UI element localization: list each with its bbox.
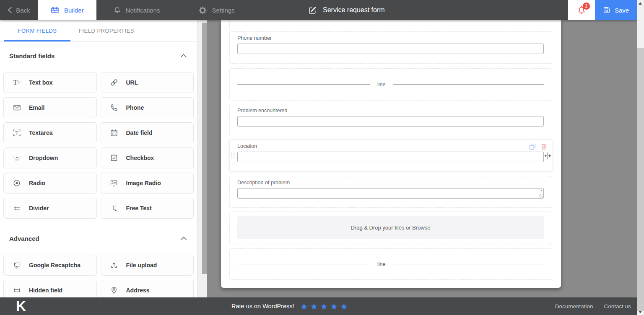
field-item-image-radio[interactable]: Image Radio <box>101 173 194 194</box>
form-title[interactable]: Service request form <box>323 6 385 14</box>
contact-us-link[interactable]: Contact us <box>604 303 631 310</box>
save-button[interactable]: Save <box>595 0 637 20</box>
svg-text:T: T <box>16 130 19 136</box>
sidebar-scrollbar[interactable] <box>197 20 207 297</box>
field-item-label: Text box <box>29 79 53 86</box>
back-button[interactable]: Back <box>0 0 38 20</box>
field-label: Problem encountered <box>237 108 288 114</box>
field-item-free-text[interactable]: T Free Text <box>101 198 194 219</box>
sidebar-scrollbar-thumb[interactable] <box>202 23 207 274</box>
field-item-label: File upload <box>126 262 157 269</box>
svg-text:T: T <box>112 205 116 211</box>
email-icon <box>11 103 22 112</box>
divider-segment <box>237 264 370 264</box>
field-item-phone[interactable]: Phone <box>101 97 194 118</box>
recaptcha-icon <box>11 261 22 270</box>
star-icon[interactable]: ★ <box>310 302 318 311</box>
form-block-problem-encountered[interactable]: Problem encountered <box>229 104 552 136</box>
tab-builder[interactable]: Builder <box>38 0 96 20</box>
field-item-label: Image Radio <box>126 180 161 186</box>
footer-links: Documentation Contact us <box>555 297 631 315</box>
star-icon[interactable]: ★ <box>340 302 348 311</box>
section-title: Standard fields <box>9 52 55 59</box>
field-item-label: Divider <box>29 205 49 212</box>
form-block-file-upload[interactable]: Drag & Drop your files or Browse <box>229 212 552 245</box>
duplicate-icon[interactable] <box>529 143 536 150</box>
kali-forms-logo[interactable]: K <box>16 298 26 314</box>
resize-width-handle-icon[interactable] <box>545 151 551 160</box>
field-item-hidden-field[interactable]: Hidden field <box>3 280 97 297</box>
calendar-icon <box>109 128 119 137</box>
divider-segment <box>393 264 544 264</box>
field-item-label: Hidden field <box>29 287 62 294</box>
field-item-radio[interactable]: Radio <box>3 173 97 194</box>
documentation-link[interactable]: Documentation <box>555 303 593 310</box>
phone-number-input[interactable] <box>237 44 544 54</box>
field-item-divider[interactable]: Divider <box>3 198 97 219</box>
tab-notifications-label: Notifications <box>126 7 160 14</box>
description-textarea[interactable]: ▲ <box>237 188 544 199</box>
divider-line: line <box>230 249 552 279</box>
divider-line: line <box>230 69 552 100</box>
form-title-group: Service request form <box>308 0 385 20</box>
chevron-left-icon <box>8 7 12 13</box>
tab-notifications[interactable]: Notifications <box>102 0 171 20</box>
file-dropzone[interactable]: Drag & Drop your files or Browse <box>237 216 544 239</box>
save-floppy-icon <box>603 6 610 14</box>
rate-text: Rate us on WordPress! <box>231 303 294 310</box>
textarea-resize-grip-icon[interactable] <box>539 194 543 198</box>
field-item-date[interactable]: Date field <box>101 122 194 143</box>
divider-segment <box>237 84 370 85</box>
field-item-file-upload[interactable]: File upload <box>101 255 194 276</box>
section-standard-fields[interactable]: Standard fields <box>0 46 197 65</box>
stars: ★★★★★ <box>300 302 348 311</box>
field-item-url[interactable]: URL <box>101 72 194 93</box>
section-advanced[interactable]: Advanced <box>0 229 197 248</box>
field-item-address[interactable]: Address <box>101 280 194 297</box>
tab-field-properties[interactable]: FIELD PROPERTIES <box>70 20 143 41</box>
field-item-checkbox[interactable]: Checkbox <box>101 147 194 168</box>
footer-bar: K Rate us on WordPress! ★★★★★ Documentat… <box>0 297 637 315</box>
tab-form-fields[interactable]: FORM FIELDS <box>4 20 70 41</box>
page-scrollbar[interactable] <box>637 0 644 315</box>
tab-builder-label: Builder <box>64 7 84 14</box>
form-block-divider-2[interactable]: line <box>229 248 552 280</box>
builder-bricks-icon <box>50 6 60 14</box>
scroll-down-arrow-icon[interactable] <box>639 311 642 313</box>
scroll-up-arrow-icon[interactable] <box>639 2 642 5</box>
form-block-divider-1[interactable]: line <box>229 68 552 101</box>
page-scrollbar-thumb[interactable] <box>637 48 644 311</box>
field-item-label: Radio <box>29 180 45 186</box>
form-block-location[interactable]: Location <box>229 139 552 171</box>
image-radio-icon <box>109 178 119 188</box>
form-card: Phone number line Problem encountered Lo… <box>221 20 561 288</box>
form-block-phone-number[interactable]: Phone number <box>229 31 552 64</box>
field-item-text-box[interactable]: TT Text box <box>3 72 97 93</box>
field-item-label: Address <box>126 287 150 294</box>
form-block-description[interactable]: Description of problem ▲ <box>229 176 552 208</box>
field-item-recaptcha[interactable]: Google Recaptcha <box>3 255 97 276</box>
sidebar: FORM FIELDS FIELD PROPERTIES Standard fi… <box>0 20 197 297</box>
tab-settings[interactable]: Settings <box>187 0 245 20</box>
gear-icon <box>198 6 207 15</box>
edit-icon[interactable] <box>308 6 317 15</box>
drag-handle-icon[interactable] <box>231 153 235 160</box>
field-item-dropdown[interactable]: Dropdown <box>3 147 97 168</box>
field-item-label: Google Recaptcha <box>29 262 80 269</box>
bell-icon <box>113 6 121 14</box>
field-label: Description of problem <box>237 180 290 186</box>
map-pin-icon <box>109 286 119 295</box>
field-label: Location <box>237 143 257 149</box>
field-item-label: Free Text <box>126 205 152 212</box>
star-icon[interactable]: ★ <box>330 302 338 311</box>
notifications-bell-button[interactable]: 2 <box>568 0 595 20</box>
field-item-textarea[interactable]: T Textarea <box>3 122 97 143</box>
problem-encountered-input[interactable] <box>237 116 544 127</box>
top-bar: Back Builder Notifications <box>0 0 637 20</box>
field-item-email[interactable]: Email <box>3 97 97 118</box>
trash-icon[interactable] <box>540 143 548 150</box>
star-icon[interactable]: ★ <box>320 302 328 311</box>
star-icon[interactable]: ★ <box>300 302 308 311</box>
section-title: Advanced <box>9 235 39 242</box>
location-input[interactable] <box>237 152 544 162</box>
